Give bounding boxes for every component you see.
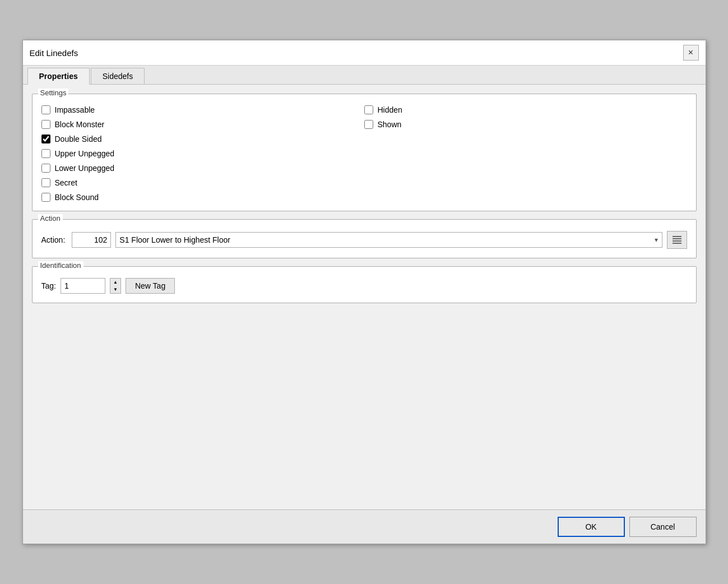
checkbox-double-sided-input[interactable] — [41, 135, 50, 143]
list-icon-line1 — [673, 236, 681, 237]
checkbox-hidden-input[interactable] — [364, 105, 373, 114]
checkbox-secret-label: Secret — [55, 178, 77, 187]
cancel-button[interactable]: Cancel — [629, 517, 697, 537]
tag-decrement-button[interactable]: ▼ — [110, 286, 120, 293]
checkbox-lower-unpegged[interactable]: Lower Unpegged — [41, 164, 364, 173]
checkbox-lower-unpegged-input[interactable] — [41, 164, 50, 173]
tab-sidedefs[interactable]: Sidedefs — [91, 68, 145, 84]
checkbox-shown-input[interactable] — [364, 120, 373, 129]
settings-group: Settings Impassable Block Monster Double… — [32, 94, 697, 211]
action-group: Action Action: S1 Floor Lower to Highest… — [32, 219, 697, 258]
action-row: Action: S1 Floor Lower to Highest Floor … — [41, 231, 687, 249]
checkbox-upper-unpegged-input[interactable] — [41, 149, 50, 158]
action-prefix-label: Action: — [41, 235, 66, 244]
dialog-title: Edit Linedefs — [30, 48, 78, 58]
settings-checkboxes: Impassable Block Monster Double Sided Up… — [41, 105, 687, 202]
checkbox-secret-input[interactable] — [41, 178, 50, 187]
ok-button[interactable]: OK — [558, 517, 625, 537]
checkbox-block-monster-input[interactable] — [41, 120, 50, 129]
checkbox-upper-unpegged[interactable]: Upper Unpegged — [41, 149, 364, 158]
checkbox-secret[interactable]: Secret — [41, 178, 364, 187]
checkboxes-left: Impassable Block Monster Double Sided Up… — [41, 105, 364, 202]
checkbox-shown[interactable]: Shown — [364, 120, 687, 129]
tag-spinner: ▲ ▼ — [110, 278, 121, 294]
checkbox-block-sound-label: Block Sound — [55, 193, 99, 202]
checkbox-block-monster-label: Block Monster — [55, 120, 105, 129]
checkbox-block-sound[interactable]: Block Sound — [41, 193, 364, 202]
checkbox-impassable[interactable]: Impassable — [41, 105, 364, 114]
checkbox-upper-unpegged-label: Upper Unpegged — [55, 149, 115, 158]
checkbox-hidden-label: Hidden — [378, 105, 402, 114]
close-button[interactable]: × — [683, 45, 699, 61]
action-list-button[interactable] — [667, 231, 687, 249]
tab-properties[interactable]: Properties — [27, 68, 90, 85]
title-bar: Edit Linedefs × — [23, 40, 706, 66]
tag-increment-button[interactable]: ▲ — [110, 279, 120, 286]
checkbox-shown-label: Shown — [378, 120, 402, 129]
action-group-label: Action — [38, 214, 63, 223]
tag-input[interactable] — [61, 278, 105, 294]
list-icon — [673, 236, 681, 244]
checkbox-lower-unpegged-label: Lower Unpegged — [55, 164, 115, 173]
checkbox-block-monster[interactable]: Block Monster — [41, 120, 364, 129]
checkbox-block-sound-input[interactable] — [41, 193, 50, 202]
tab-bar: Properties Sidedefs — [23, 66, 706, 85]
checkbox-hidden[interactable]: Hidden — [364, 105, 687, 114]
checkboxes-right: Hidden Shown — [364, 105, 687, 202]
list-icon-line4 — [673, 243, 681, 244]
checkbox-impassable-input[interactable] — [41, 105, 50, 114]
checkbox-double-sided-label: Double Sided — [55, 135, 102, 143]
checkbox-impassable-label: Impassable — [55, 105, 95, 114]
action-number-input[interactable] — [72, 232, 111, 248]
action-select-wrapper: S1 Floor Lower to Highest Floor ▾ — [115, 232, 662, 248]
dialog-footer: OK Cancel — [23, 509, 706, 544]
dialog: Edit Linedefs × Properties Sidedefs Sett… — [22, 40, 706, 544]
checkbox-double-sided[interactable]: Double Sided — [41, 135, 364, 143]
action-select[interactable]: S1 Floor Lower to Highest Floor — [115, 232, 662, 248]
identification-group-label: Identification — [38, 261, 84, 270]
settings-group-label: Settings — [38, 89, 69, 97]
list-icon-line3 — [673, 240, 681, 242]
content-spacer — [32, 311, 697, 500]
tag-prefix-label: Tag: — [41, 281, 56, 290]
new-tag-button[interactable]: New Tag — [126, 278, 175, 294]
list-icon-line2 — [673, 238, 681, 239]
dialog-content: Settings Impassable Block Monster Double… — [23, 85, 706, 509]
identification-row: Tag: ▲ ▼ New Tag — [41, 278, 687, 294]
identification-group: Identification Tag: ▲ ▼ New Tag — [32, 266, 697, 303]
